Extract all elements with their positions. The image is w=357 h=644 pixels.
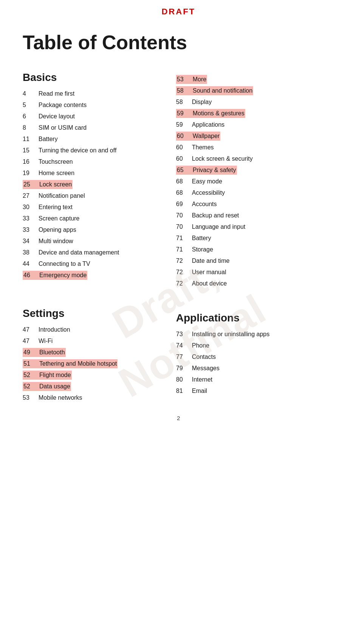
toc-text: Accounts xyxy=(192,200,217,209)
basics-gap xyxy=(23,281,161,292)
toc-item: 74Phone xyxy=(176,340,334,351)
settings-list: 47Introduction47Wi-Fi49Bluetooth51Tether… xyxy=(23,324,161,403)
toc-text: Installing or uninstalling apps xyxy=(192,330,269,339)
toc-item: 60Wallpaper xyxy=(176,130,334,142)
toc-item: 70Language and input xyxy=(176,221,334,233)
toc-num: 70 xyxy=(176,222,192,231)
toc-num: 38 xyxy=(23,248,39,257)
toc-item: 68Easy mode xyxy=(176,176,334,187)
toc-text: Device layout xyxy=(39,112,75,121)
toc-item: 60Lock screen & security xyxy=(176,153,334,164)
toc-num: 6 xyxy=(23,112,39,121)
basics-list: 4Read me first5Package contents6Device l… xyxy=(23,88,161,281)
toc-num: 77 xyxy=(176,352,192,362)
toc-num: 25 xyxy=(23,180,39,189)
toc-num: 33 xyxy=(23,225,39,234)
toc-text: Contacts xyxy=(192,352,216,362)
toc-text: Applications xyxy=(192,120,224,129)
toc-item: 80Internet xyxy=(176,374,334,385)
toc-item: 25Lock screen xyxy=(23,179,161,190)
toc-item: 65Privacy & safety xyxy=(176,164,334,176)
toc-num: 79 xyxy=(176,364,192,373)
toc-num: 59 xyxy=(176,120,192,129)
toc-num: 72 xyxy=(176,268,192,277)
toc-num: 72 xyxy=(176,256,192,265)
toc-item: 69Accounts xyxy=(176,199,334,210)
toc-text: Flight mode xyxy=(39,371,72,380)
toc-num: 74 xyxy=(176,341,192,350)
toc-text: Battery xyxy=(39,135,58,144)
toc-num: 71 xyxy=(176,234,192,243)
toc-item: 70Backup and reset xyxy=(176,210,334,221)
toc-item: 27Notification panel xyxy=(23,190,161,202)
toc-text: Lock screen & security xyxy=(192,154,253,163)
toc-item: 47Introduction xyxy=(23,324,161,335)
toc-num: 81 xyxy=(176,386,192,396)
toc-item: 4Read me first xyxy=(23,88,161,99)
toc-item: 44Connecting to a TV xyxy=(23,258,161,270)
toc-text: Bluetooth xyxy=(39,348,66,357)
right-column: 53More58Sound and notification58Display5… xyxy=(172,68,334,403)
toc-item: 53Mobile networks xyxy=(23,392,161,403)
toc-text: Sound and notification xyxy=(192,86,253,95)
toc-text: Internet xyxy=(192,375,212,384)
toc-item: 72About device xyxy=(176,278,334,289)
toc-text: About device xyxy=(192,279,227,288)
toc-item: 71Storage xyxy=(176,244,334,255)
toc-item: 16Touchscreen xyxy=(23,156,161,168)
toc-text: User manual xyxy=(192,268,226,277)
toc-text: Easy mode xyxy=(192,177,222,186)
toc-item: 15Turning the device on and off xyxy=(23,145,161,156)
applications-section: Applications 73Installing or uninstallin… xyxy=(176,312,334,397)
toc-num: 60 xyxy=(176,132,192,141)
toc-text: Backup and reset xyxy=(192,211,239,220)
toc-item: 53More xyxy=(176,74,334,85)
toc-num: 60 xyxy=(176,143,192,152)
toc-item: 59Motions & gestures xyxy=(176,108,334,119)
toc-item: 34Multi window xyxy=(23,236,161,247)
toc-text: Tethering and Mobile hotspot xyxy=(39,359,117,368)
toc-item: 73Installing or uninstalling apps xyxy=(176,329,334,340)
toc-num: 58 xyxy=(176,98,192,107)
toc-text: Notification panel xyxy=(39,191,85,200)
toc-num: 71 xyxy=(176,245,192,254)
toc-item: 8SIM or USIM card xyxy=(23,122,161,133)
draft-label: DRAFT xyxy=(162,7,196,16)
right-top-list: 53More58Sound and notification58Display5… xyxy=(176,74,334,289)
toc-text: Wi-Fi xyxy=(39,337,53,346)
toc-num: 8 xyxy=(23,123,39,132)
toc-text: Display xyxy=(192,98,212,107)
toc-text: Language and input xyxy=(192,222,245,231)
toc-text: Read me first xyxy=(39,89,74,98)
applications-section-title: Applications xyxy=(176,312,334,324)
toc-item: 33Opening apps xyxy=(23,224,161,236)
draft-header: DRAFT xyxy=(0,0,357,20)
toc-item: 52Flight mode xyxy=(23,369,161,381)
toc-item: 59Applications xyxy=(176,119,334,130)
right-top-gap xyxy=(176,68,334,74)
toc-num: 70 xyxy=(176,211,192,220)
toc-text: Storage xyxy=(192,245,213,254)
page-title: Table of Contents xyxy=(0,20,357,68)
toc-num: 16 xyxy=(23,157,39,166)
toc-text: Entering text xyxy=(39,203,73,212)
toc-text: Introduction xyxy=(39,325,70,334)
toc-item: 46Emergency mode xyxy=(23,270,161,281)
toc-item: 58Sound and notification xyxy=(176,85,334,96)
toc-text: Multi window xyxy=(39,237,73,246)
toc-num: 52 xyxy=(23,371,39,380)
toc-item: 72User manual xyxy=(176,267,334,278)
toc-text: Phone xyxy=(192,341,209,350)
toc-num: 5 xyxy=(23,101,39,110)
toc-item: 52Data usage xyxy=(23,381,161,392)
toc-text: Wallpaper xyxy=(192,132,220,141)
toc-item: 77Contacts xyxy=(176,351,334,363)
toc-text: Accessibility xyxy=(192,188,225,197)
toc-num: 49 xyxy=(23,348,39,357)
toc-item: 79Messages xyxy=(176,363,334,374)
toc-num: 68 xyxy=(176,188,192,197)
toc-num: 44 xyxy=(23,259,39,268)
toc-num: 72 xyxy=(176,279,192,288)
toc-text: Messages xyxy=(192,364,219,373)
toc-item: 33Screen capture xyxy=(23,213,161,224)
